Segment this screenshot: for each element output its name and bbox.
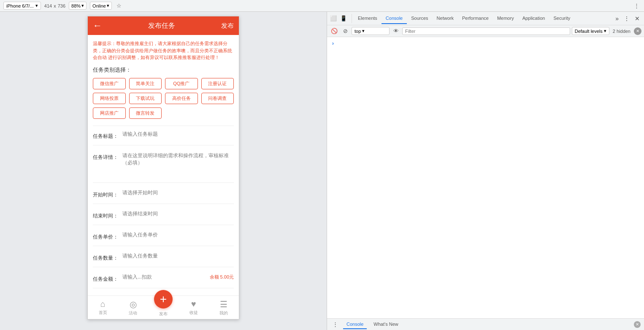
devtools-close-icon[interactable]: ✕	[632, 13, 642, 24]
console-area: ›	[327, 37, 644, 318]
category-btn-7[interactable]: 问卷调查	[201, 93, 234, 104]
mine-label: 我的	[219, 310, 228, 316]
more-options-icon[interactable]: ⋮	[634, 3, 639, 9]
publish-nav-label: 发布	[159, 311, 168, 317]
task-price-input[interactable]	[122, 232, 234, 238]
form-label-count: 任务数量：	[93, 253, 122, 262]
recruit-label: 收徒	[189, 310, 198, 316]
category-btn-0[interactable]: 微信推广	[93, 78, 126, 89]
category-btn-4[interactable]: 网络投票	[93, 93, 126, 104]
nav-item-activity[interactable]: ◎ 活动	[118, 299, 149, 316]
device-name: iPhone 6/7/...	[6, 3, 34, 8]
home-label: 首页	[99, 310, 107, 316]
online-dropdown-icon: ▾	[107, 3, 109, 8]
device-toggle-icon[interactable]: 📱	[339, 14, 348, 23]
devtools-bottom-bar: ⋮ Console What's New ✕	[327, 318, 644, 330]
category-btn-2[interactable]: QQ推广	[165, 78, 198, 89]
eye-icon[interactable]: 👁	[391, 27, 400, 36]
form-label-detail: 任务详情：	[93, 152, 122, 161]
context-dropdown-icon: ▾	[362, 28, 365, 34]
dimension-x: x	[54, 3, 56, 8]
nav-item-publish[interactable]: + 发布	[148, 290, 179, 317]
online-label: Online	[92, 3, 106, 8]
activity-label: 活动	[129, 310, 137, 316]
publish-button[interactable]: 发布	[221, 22, 234, 30]
browser-top-bar: iPhone 6/7/... ▾ 414 x 736 88% ▾ Online …	[0, 0, 644, 12]
bottom-tab-console[interactable]: Console	[343, 320, 367, 329]
tab-application[interactable]: Application	[518, 13, 549, 24]
tab-elements[interactable]: Elements	[354, 13, 382, 24]
task-count-input[interactable]	[122, 253, 234, 259]
category-section-label: 任务类别选择：	[93, 66, 234, 74]
console-caret: ›	[332, 40, 334, 46]
bookmark-icon[interactable]: ☆	[116, 3, 122, 9]
form-label-total: 任务金额：	[93, 274, 122, 283]
task-detail-textarea[interactable]	[122, 152, 234, 177]
home-icon: ⌂	[100, 299, 106, 309]
form-row-title: 任务标题：	[93, 131, 234, 145]
clear-console-icon[interactable]: 🚫	[330, 27, 339, 36]
height-value: 736	[58, 3, 65, 8]
tab-performance[interactable]: Performance	[458, 13, 493, 24]
category-btn-5[interactable]: 下载试玩	[129, 93, 162, 104]
form-row-detail: 任务详情：	[93, 152, 234, 183]
task-total-input[interactable]	[122, 274, 210, 280]
bottom-nav: ⌂ 首页 ◎ 活动 + 发布 ♥ 收徒 ☰ 我的	[88, 295, 239, 319]
phone-frame: ← 发布任务 发布 温馨提示：尊敬的推推雇主们，请大家根据自己的任务需求选择分类…	[87, 16, 239, 319]
width-value: 414	[44, 3, 52, 8]
console-toolbar: 🚫 ⊘ top ▾ 👁 Default levels ▾ 2 hidden ✕	[327, 25, 644, 37]
form-row-end-time: 结束时间：	[93, 211, 234, 225]
bottom-close-button[interactable]: ✕	[634, 321, 641, 328]
bottom-tab-whats-new[interactable]: What's New	[370, 320, 401, 329]
activity-icon: ◎	[130, 299, 137, 309]
nav-item-mine[interactable]: ☰ 我的	[208, 299, 239, 316]
back-arrow-icon[interactable]: ←	[93, 20, 102, 31]
tab-security[interactable]: Security	[549, 13, 574, 24]
task-title-input[interactable]	[122, 131, 234, 137]
tab-memory[interactable]: Memory	[493, 13, 518, 24]
form-label-start-time: 开始时间：	[93, 190, 122, 199]
start-time-input[interactable]	[122, 190, 234, 196]
form-label-price: 任务单价：	[93, 232, 122, 241]
hidden-close-icon[interactable]: ✕	[634, 27, 641, 35]
online-selector[interactable]: Online ▾	[90, 2, 112, 10]
level-dropdown-icon: ▾	[604, 28, 606, 34]
context-selector[interactable]: top ▾	[352, 27, 390, 35]
form-label-title: 任务标题：	[93, 131, 122, 140]
category-btn-3[interactable]: 注册认证	[201, 78, 234, 89]
mine-icon: ☰	[220, 299, 227, 309]
form-row-total: 任务金额： 余额 5.00元	[93, 274, 234, 288]
inspect-element-icon[interactable]: ⬜	[329, 14, 338, 23]
publish-center-button[interactable]: +	[154, 290, 173, 309]
category-btn-9[interactable]: 微言转发	[129, 107, 162, 119]
zoom-value: 88%	[71, 3, 81, 8]
log-level-selector[interactable]: Default levels ▾	[572, 27, 609, 35]
app-header: ← 发布任务 发布	[88, 16, 239, 35]
simulator-panel: ← 发布任务 发布 温馨提示：尊敬的推推雇主们，请大家根据自己的任务需求选择分类…	[0, 12, 327, 330]
devtools-settings-icon[interactable]: ⋮	[621, 13, 632, 24]
end-time-input[interactable]	[122, 211, 234, 217]
nav-item-home[interactable]: ⌂ 首页	[88, 299, 118, 316]
nav-item-recruit[interactable]: ♥ 收徒	[179, 299, 209, 316]
main-area: ← 发布任务 发布 温馨提示：尊敬的推推雇主们，请大家根据自己的任务需求选择分类…	[0, 12, 644, 330]
tab-network[interactable]: Network	[433, 13, 458, 24]
device-selector[interactable]: iPhone 6/7/... ▾	[3, 2, 41, 10]
bottom-bar-menu-icon[interactable]: ⋮	[330, 320, 340, 329]
category-btn-6[interactable]: 高价任务	[165, 93, 198, 104]
zoom-dropdown-icon: ▾	[81, 3, 84, 8]
devtools-panel: ⬜ 📱 Elements Console Sources Network Per…	[327, 12, 644, 330]
console-input-area[interactable]	[336, 40, 639, 46]
level-label: Default levels	[575, 29, 603, 34]
recruit-icon: ♥	[191, 299, 196, 309]
console-filter-input[interactable]	[402, 27, 570, 35]
zoom-selector[interactable]: 88% ▾	[69, 2, 87, 10]
dimension-display: 414 x 736	[44, 3, 65, 8]
category-btn-8[interactable]: 网店推广	[93, 107, 126, 119]
form-row-start-time: 开始时间：	[93, 190, 234, 204]
device-dropdown-icon: ▾	[35, 3, 38, 8]
category-btn-1[interactable]: 简单关注	[129, 78, 162, 89]
tab-sources[interactable]: Sources	[407, 13, 432, 24]
console-filter-icon[interactable]: ⊘	[341, 27, 350, 36]
tab-console[interactable]: Console	[382, 13, 407, 24]
devtools-more-tabs[interactable]: »	[613, 13, 621, 24]
